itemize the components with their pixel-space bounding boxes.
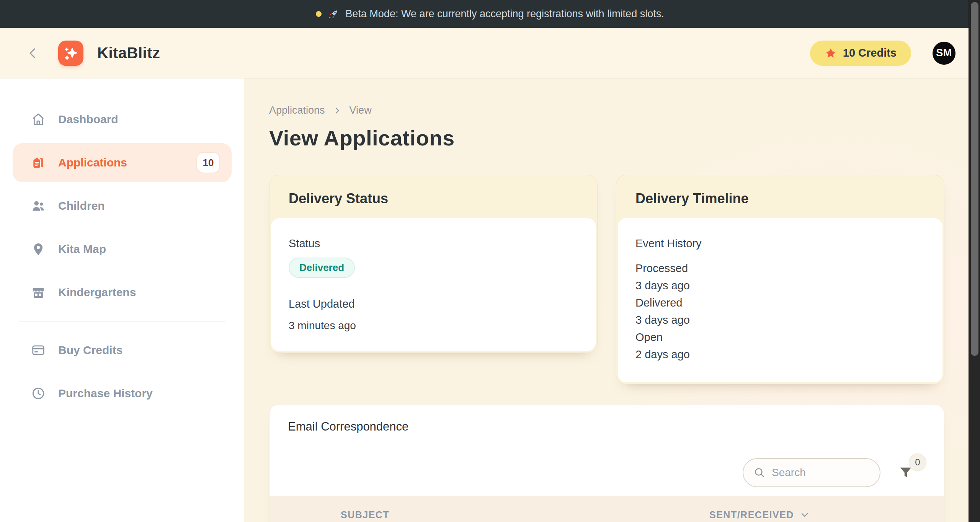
sidebar-item-buy-credits[interactable]: Buy Credits: [13, 331, 232, 370]
banner-text: Beta Mode: We are currently accepting re…: [345, 8, 664, 20]
breadcrumb-view: View: [350, 104, 372, 116]
credits-label: 10 Credits: [843, 47, 897, 59]
breadcrumb-applications[interactable]: Applications: [269, 104, 325, 116]
home-icon: [31, 112, 46, 127]
sidebar-item-label: Purchase History: [58, 387, 153, 400]
sidebar-item-label: Buy Credits: [58, 344, 122, 357]
last-updated-label: Last Updated: [289, 298, 578, 310]
column-label: SENT/RECEIVED: [709, 509, 794, 520]
card-title: Delivery Timeline: [618, 177, 942, 218]
delivery-timeline-card: Delivery Timeline Event History Processe…: [616, 175, 944, 384]
filter-button[interactable]: 0: [897, 464, 914, 481]
email-card-title: Email Correspondence: [288, 420, 408, 433]
status-dot-icon: [316, 11, 322, 17]
children-icon: [31, 198, 46, 214]
applications-icon: [31, 155, 46, 170]
back-button[interactable]: [24, 45, 41, 62]
email-correspondence-card: Email Correspondence 0 SUB: [269, 404, 944, 522]
page-title: View Applications: [269, 126, 944, 150]
star-icon: [825, 47, 837, 59]
event-name: Open: [635, 329, 925, 346]
chevron-right-icon: [333, 106, 342, 115]
sidebar-item-kita-map[interactable]: Kita Map: [13, 230, 232, 269]
event-time: 3 days ago: [635, 312, 925, 329]
avatar[interactable]: SM: [933, 42, 956, 65]
event-name: Delivered: [635, 294, 925, 312]
credits-button[interactable]: 10 Credits: [810, 41, 911, 66]
app-header: KitaBlitz 10 Credits SM: [0, 28, 980, 78]
clock-icon: [31, 386, 46, 401]
chevron-left-icon: [26, 46, 40, 60]
search-icon: [753, 467, 766, 479]
beta-banner: Beta Mode: We are currently accepting re…: [0, 0, 980, 28]
event-history-label: Event History: [635, 237, 925, 250]
app-logo[interactable]: [58, 41, 83, 66]
email-card-header: Email Correspondence: [270, 405, 944, 449]
event-time: 2 days ago: [635, 346, 925, 363]
sidebar-item-kindergartens[interactable]: Kindergartens: [13, 273, 232, 312]
sidebar-item-label: Kita Map: [58, 243, 106, 256]
event-item: Processed 3 days ago: [635, 260, 925, 294]
sidebar: Dashboard Applications 10 Children Kita …: [0, 78, 244, 522]
sidebar-item-label: Kindergartens: [58, 286, 136, 299]
sidebar-item-applications[interactable]: Applications 10: [13, 143, 232, 182]
sidebar-divider: [19, 321, 225, 321]
applications-count-badge: 10: [196, 152, 220, 173]
event-item: Delivered 3 days ago: [635, 294, 925, 329]
event-item: Open 2 days ago: [635, 329, 925, 363]
sidebar-item-label: Dashboard: [58, 113, 118, 126]
map-pin-icon: [31, 241, 46, 257]
sidebar-item-label: Applications: [58, 156, 127, 169]
column-header-sent-received[interactable]: SENT/RECEIVED: [709, 509, 810, 520]
search-box[interactable]: [743, 458, 880, 487]
sidebar-item-purchase-history[interactable]: Purchase History: [13, 374, 232, 413]
event-name: Processed: [635, 260, 925, 277]
scrollbar[interactable]: [969, 0, 980, 522]
breadcrumb: Applications View: [269, 104, 944, 116]
scrollbar-thumb[interactable]: [971, 2, 978, 356]
event-time: 3 days ago: [635, 277, 925, 294]
delivery-status-card: Delivery Status Status Delivered Last Up…: [269, 175, 598, 353]
sidebar-item-children[interactable]: Children: [13, 186, 232, 225]
column-label: SUBJECT: [341, 509, 389, 520]
app-name: KitaBlitz: [97, 44, 160, 62]
main-content: Applications View View Applications Deli…: [244, 78, 980, 522]
search-input[interactable]: [772, 467, 910, 479]
rocket-icon: [328, 8, 339, 20]
email-toolbar: 0: [270, 449, 944, 496]
status-label: Status: [289, 237, 578, 250]
last-updated-value: 3 minutes ago: [289, 320, 578, 332]
sidebar-item-label: Children: [58, 199, 105, 212]
event-list: Processed 3 days ago Delivered 3 days ag…: [635, 260, 925, 363]
status-badge: Delivered: [289, 258, 355, 278]
sidebar-item-dashboard[interactable]: Dashboard: [13, 100, 232, 139]
filter-count-badge: 0: [909, 453, 926, 471]
card-title: Delivery Status: [271, 177, 596, 218]
table-header: SUBJECT SENT/RECEIVED: [270, 496, 944, 522]
sparkle-icon: [62, 45, 79, 62]
chevron-down-icon: [799, 509, 810, 520]
kindergarten-icon: [31, 285, 46, 300]
column-header-subject[interactable]: SUBJECT: [270, 509, 709, 520]
credit-card-icon: [31, 343, 46, 358]
